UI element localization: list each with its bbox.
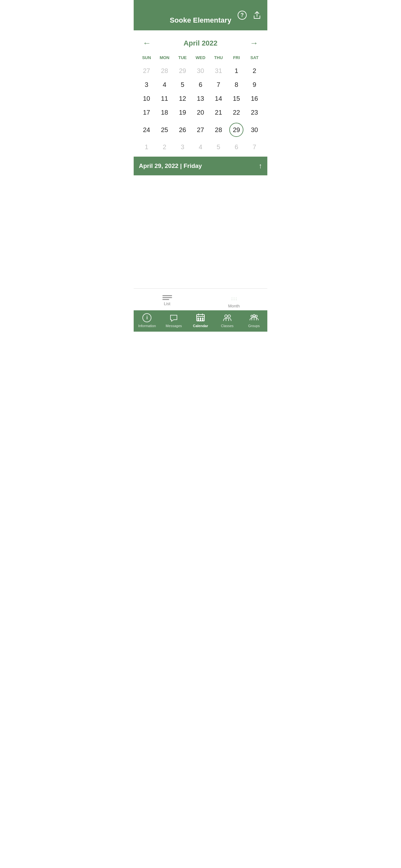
- calendar-day[interactable]: 27: [191, 120, 210, 140]
- tab-classes-label: Classes: [221, 324, 234, 328]
- weekday-header-tue: TUE: [174, 53, 191, 64]
- calendar-day[interactable]: 28: [156, 64, 174, 78]
- calendar-day[interactable]: 27: [137, 64, 156, 78]
- information-icon: i: [142, 313, 152, 322]
- calendar-day[interactable]: 19: [174, 105, 191, 120]
- calendar-icon: [195, 313, 206, 322]
- svg-point-16: [197, 318, 198, 319]
- tab-messages[interactable]: Messages: [164, 313, 183, 328]
- calendar-day[interactable]: 13: [191, 92, 210, 105]
- calendar-day[interactable]: 30: [191, 64, 210, 78]
- weekday-header-mon: MON: [156, 53, 174, 64]
- app-header: Sooke Elementary ?: [134, 0, 267, 30]
- weekday-header-thu: THU: [210, 53, 227, 64]
- list-view-tab[interactable]: List: [154, 295, 180, 306]
- calendar-day[interactable]: 22: [227, 105, 246, 120]
- calendar-day[interactable]: 29: [174, 64, 191, 78]
- tab-information-label: Information: [138, 324, 156, 328]
- prev-month-button[interactable]: ←: [140, 37, 154, 50]
- month-view-tab[interactable]: Month: [221, 292, 247, 308]
- svg-point-26: [255, 315, 257, 317]
- events-area: [134, 175, 267, 288]
- weekday-header-sat: SAT: [245, 53, 264, 64]
- calendar-week-row: 10111213141516: [137, 92, 264, 105]
- calendar-day[interactable]: 12: [174, 92, 191, 105]
- calendar-day[interactable]: 1: [227, 64, 246, 78]
- svg-point-19: [197, 320, 198, 321]
- messages-icon: [168, 313, 179, 322]
- tab-groups[interactable]: Groups: [244, 313, 264, 328]
- bottom-tab-bar: i Information Messages: [134, 310, 267, 332]
- calendar-day[interactable]: 4: [156, 78, 174, 92]
- calendar-day[interactable]: 6: [227, 140, 246, 154]
- month-view-label: Month: [228, 304, 240, 308]
- svg-point-24: [251, 315, 253, 317]
- month-view-icon: [228, 292, 240, 302]
- calendar-day[interactable]: 16: [245, 92, 264, 105]
- calendar-container: ← April 2022 → SUNMONTUEWEDTHUFRISAT 272…: [134, 30, 267, 154]
- header-actions: ?: [237, 10, 262, 20]
- calendar-day[interactable]: 9: [245, 78, 264, 92]
- calendar-day[interactable]: 3: [137, 78, 156, 92]
- svg-point-21: [202, 320, 203, 321]
- calendar-day[interactable]: 17: [137, 105, 156, 120]
- calendar-day[interactable]: 26: [174, 120, 191, 140]
- calendar-day[interactable]: 24: [137, 120, 156, 140]
- next-month-button[interactable]: →: [247, 37, 261, 50]
- calendar-day[interactable]: 10: [137, 92, 156, 105]
- svg-point-17: [200, 318, 201, 319]
- calendar-day[interactable]: 1: [137, 140, 156, 154]
- classes-icon: [222, 313, 233, 322]
- weekday-header-fri: FRI: [227, 53, 246, 64]
- calendar-week-row: 1234567: [137, 140, 264, 154]
- svg-point-11: [236, 299, 237, 300]
- calendar-week-row: 24252627282930: [137, 120, 264, 140]
- calendar-day[interactable]: 4: [191, 140, 210, 154]
- calendar-day[interactable]: 30: [245, 120, 264, 140]
- calendar-day[interactable]: 7: [245, 140, 264, 154]
- calendar-day[interactable]: 3: [174, 140, 191, 154]
- scroll-up-button[interactable]: ↑: [258, 162, 262, 170]
- svg-point-8: [236, 298, 237, 299]
- share-icon[interactable]: [252, 10, 262, 20]
- calendar-day[interactable]: 23: [245, 105, 264, 120]
- calendar-day[interactable]: 15: [227, 92, 246, 105]
- calendar-week-row: 3456789: [137, 78, 264, 92]
- tab-calendar[interactable]: Calendar: [191, 313, 210, 328]
- calendar-day[interactable]: 2: [156, 140, 174, 154]
- calendar-day[interactable]: 31: [210, 64, 227, 78]
- calendar-month-title: April 2022: [183, 39, 217, 48]
- calendar-week-row: 17181920212223: [137, 105, 264, 120]
- calendar-day[interactable]: 25: [156, 120, 174, 140]
- calendar-day[interactable]: 7: [210, 78, 227, 92]
- selected-day-circle: 29: [229, 123, 243, 137]
- info-circle-icon: i: [143, 313, 151, 322]
- svg-point-25: [253, 314, 255, 316]
- calendar-day[interactable]: 21: [210, 105, 227, 120]
- view-toolbar: List Month: [134, 288, 267, 310]
- calendar-day[interactable]: 8: [227, 78, 246, 92]
- calendar-day[interactable]: 6: [191, 78, 210, 92]
- calendar-day[interactable]: 5: [174, 78, 191, 92]
- calendar-day[interactable]: 18: [156, 105, 174, 120]
- calendar-day[interactable]: 20: [191, 105, 210, 120]
- calendar-day[interactable]: 2: [245, 64, 264, 78]
- selected-date-banner: April 29, 2022 | Friday ↑: [134, 157, 267, 175]
- calendar-day[interactable]: 28: [210, 120, 227, 140]
- tab-groups-label: Groups: [248, 324, 260, 328]
- calendar-day[interactable]: 14: [210, 92, 227, 105]
- calendar-day[interactable]: 29: [227, 120, 246, 140]
- calendar-day[interactable]: 11: [156, 92, 174, 105]
- calendar-nav: ← April 2022 →: [137, 34, 264, 53]
- tab-information[interactable]: i Information: [137, 313, 157, 328]
- school-name: Sooke Elementary: [170, 16, 232, 25]
- svg-point-10: [234, 299, 235, 300]
- calendar-week-row: 272829303112: [137, 64, 264, 78]
- calendar-day[interactable]: 5: [210, 140, 227, 154]
- svg-point-6: [232, 298, 233, 299]
- tab-classes[interactable]: Classes: [218, 313, 237, 328]
- groups-icon: [249, 313, 259, 322]
- weekday-header-sun: SUN: [137, 53, 156, 64]
- help-icon[interactable]: ?: [237, 10, 247, 20]
- list-view-label: List: [164, 301, 170, 306]
